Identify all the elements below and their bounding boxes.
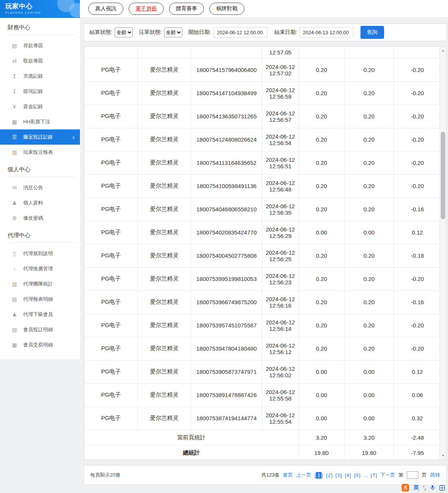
prev-page-link[interactable]: 上一页 xyxy=(296,472,311,479)
start-date-input[interactable] xyxy=(214,27,268,38)
game-name: 爱尔兰精灵 xyxy=(138,244,191,267)
tab-electronic-games[interactable]: 電子遊藝 xyxy=(129,3,164,15)
empty-cell xyxy=(344,47,394,58)
end-date-input[interactable] xyxy=(300,27,354,38)
settle-status-select[interactable]: 全部 xyxy=(115,27,133,37)
page-link-3[interactable]: [3] xyxy=(335,472,341,478)
bet-record-row: PG电子爱尔兰精灵18007538741941447742024-06-1212… xyxy=(84,407,441,430)
total-bet: 3.20 xyxy=(299,430,344,445)
scroll-up-icon[interactable]: ▲ xyxy=(440,48,446,54)
punctuation-icon[interactable]: ’, xyxy=(423,485,426,491)
vertical-scrollbar[interactable]: ▲ ▼ xyxy=(440,47,446,459)
sidebar-item-player-bet-report[interactable]: ▥玩家投注報表 xyxy=(0,145,80,160)
sidebar-item-room-bet-records[interactable]: ☰廳室投註記錄› xyxy=(0,129,80,145)
game-name: 爱尔兰精灵 xyxy=(138,198,191,221)
page-link-4[interactable]: [4] xyxy=(345,472,351,478)
sidebar-item-label: 會員交易明細 xyxy=(23,341,53,348)
members-icon: ♟ xyxy=(11,311,18,317)
sidebar-section-title: 財務中心 xyxy=(8,24,75,35)
sogou-input-icon[interactable]: S xyxy=(402,484,409,491)
valid-bet: 0.00 xyxy=(344,221,394,244)
game-name: 爱尔兰精灵 xyxy=(138,221,191,244)
sidebar-item-fund-records[interactable]: ¥資金記錄 xyxy=(0,99,80,114)
filter-bar: 結算狀態: 全部 注單狀態: 全部 開始日期: 結束日期: 查詢 xyxy=(84,24,446,41)
sidebar-item-withdrawal-records[interactable]: ↧提現記錄 xyxy=(0,84,80,99)
game-name: 爱尔兰精灵 xyxy=(138,151,191,174)
sidebar-section-title: 個人中心 xyxy=(8,166,75,177)
bet-datetime: 2024-06-1212:56:12 xyxy=(262,337,299,360)
bell-icon: ✉ xyxy=(11,185,18,191)
valid-bet: 0.20 xyxy=(344,198,394,221)
valid-bet: 0.20 xyxy=(344,81,394,105)
per-page-label: 每頁顯示20條 xyxy=(90,472,120,479)
platform: PG电子 xyxy=(84,290,138,314)
language-mode-icon[interactable]: 英 xyxy=(413,484,419,491)
order-status-select[interactable]: 全部 xyxy=(164,27,182,37)
bet-amount: 0.20 xyxy=(299,128,344,151)
page-link-1[interactable]: [1] xyxy=(314,472,323,478)
bet-amount: 0.20 xyxy=(299,105,344,128)
share-icon: ‹ xyxy=(11,266,18,272)
valid-bet: 0.20 xyxy=(344,337,394,360)
jump-button[interactable]: 跳转 xyxy=(430,472,440,479)
next-page-link[interactable]: 下一页 xyxy=(380,472,395,479)
bet-datetime: 2024-06-1212:56:54 xyxy=(262,128,299,151)
total-profit: -2.48 xyxy=(394,430,441,445)
game-category-tabs: 真人視訊電子遊藝體育賽事棋牌對戰 xyxy=(80,0,448,17)
sidebar-item-hh-lottery-bets[interactable]: ▦HH彩票下注 xyxy=(0,114,80,129)
sidebar-item-withdraw[interactable]: ⇄取款專區 xyxy=(0,53,80,69)
sidebar-item-agent-team-stats[interactable]: ▥代理團隊統計 xyxy=(0,276,80,292)
bet-datetime: 2024-06-1212:55:58 xyxy=(262,383,299,407)
profit: -0.20 xyxy=(394,267,441,290)
platform: PG电子 xyxy=(84,314,138,337)
sidebar-item-label: 資金記錄 xyxy=(23,103,43,110)
platform: PG电子 xyxy=(84,174,138,198)
tab-chess-cards[interactable]: 棋牌對戰 xyxy=(209,3,244,15)
page-links: [1][2][3][4][5]...[7] xyxy=(314,472,377,478)
bet-datetime: 2024-06-1212:56:59 xyxy=(262,81,299,105)
search-button[interactable]: 查詢 xyxy=(360,26,384,39)
sidebar-item-agent-sub-members[interactable]: ♟代理下級會員 xyxy=(0,307,80,322)
profit: -0.20 xyxy=(394,314,441,337)
keyboard-grid-icon[interactable] xyxy=(439,485,445,491)
bet-datetime: 2024-06-1212:56:14 xyxy=(262,314,299,337)
bet-amount: 0.20 xyxy=(299,198,344,221)
sidebar-item-agent-report-details[interactable]: ▤代理報表明細 xyxy=(0,292,80,307)
sidebar-item-label: 玩家投注報表 xyxy=(23,149,53,156)
sidebar-item-agent-rules[interactable]: ▯代理規則說明 xyxy=(0,246,80,261)
member-bet-icon: ▤ xyxy=(11,327,18,333)
platform: PG电子 xyxy=(84,128,138,151)
sidebar-item-agent-promotion[interactable]: ‹代理推廣管理 xyxy=(0,261,80,276)
total-profit: -7.95 xyxy=(394,445,441,460)
sidebar-header: 玩家中心 PLAYERS CENTER xyxy=(0,0,80,18)
sidebar-item-member-transaction-details[interactable]: ▦會員交易明細 xyxy=(0,337,80,353)
sidebar-item-deposit[interactable]: ▤存款專區 xyxy=(0,38,80,53)
profit: -0.20 xyxy=(394,128,441,151)
sidebar-item-recharge-records[interactable]: ↥充值記錄 xyxy=(0,69,80,84)
sidebar-item-profile[interactable]: ♟個人資料 xyxy=(0,195,80,211)
profit: 0.32 xyxy=(394,407,441,430)
withdraw-icon: ⇄ xyxy=(11,58,18,64)
voice-input-icon[interactable] xyxy=(430,485,435,491)
sidebar-item-change-password[interactable]: ⚙修改密碼 xyxy=(0,211,80,226)
bet-number: 1800753891478887426 xyxy=(191,383,262,407)
tab-sports[interactable]: 體育賽事 xyxy=(169,3,204,15)
tab-live-video[interactable]: 真人視訊 xyxy=(88,3,123,15)
sidebar-item-label: 修改密碼 xyxy=(23,215,43,222)
sidebar-item-label: 代理規則說明 xyxy=(23,250,53,257)
ime-toolbar: S 英 ’, xyxy=(402,484,445,491)
jump-page-input[interactable] xyxy=(407,471,418,479)
first-page-link[interactable]: 首页 xyxy=(283,472,293,479)
game-name: 爱尔兰精灵 xyxy=(138,105,191,128)
page-link-5[interactable]: [5] xyxy=(354,472,360,478)
scroll-down-icon[interactable]: ▼ xyxy=(440,453,446,459)
empty-cell xyxy=(84,47,138,58)
page-link-2[interactable]: [2] xyxy=(326,472,332,478)
order-status-label: 注單狀態: xyxy=(139,29,162,36)
sidebar-item-announcements[interactable]: ✉消息公告 xyxy=(0,180,80,195)
sidebar-item-member-bet-details[interactable]: ▤會員投註明細 xyxy=(0,322,80,337)
page-link-7[interactable]: [7] xyxy=(371,472,377,478)
profit: -0.20 xyxy=(394,174,441,198)
scrollbar-thumb[interactable] xyxy=(441,132,445,219)
platform: PG电子 xyxy=(84,383,138,407)
